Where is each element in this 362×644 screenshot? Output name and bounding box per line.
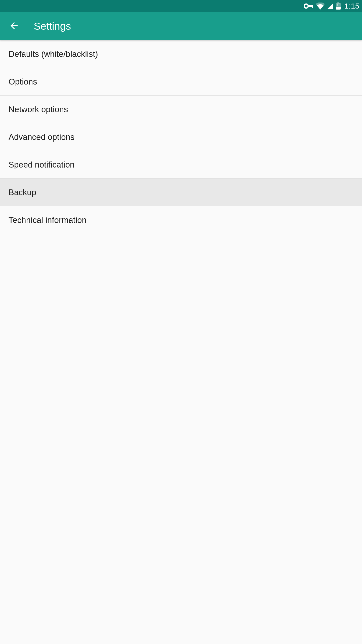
cell-signal-icon xyxy=(327,3,334,10)
settings-item-label: Network options xyxy=(9,105,68,114)
page-title: Settings xyxy=(34,20,71,32)
status-bar: 37 1:15 xyxy=(0,0,362,12)
status-clock: 1:15 xyxy=(344,2,359,10)
settings-item-speed-notification[interactable]: Speed notification xyxy=(0,151,362,179)
settings-item-backup[interactable]: Backup xyxy=(0,179,362,206)
settings-item-defaults[interactable]: Defaults (white/blacklist) xyxy=(0,40,362,68)
app-bar: Settings xyxy=(0,12,362,40)
settings-list: Defaults (white/blacklist) Options Netwo… xyxy=(0,40,362,234)
battery-level-label: 37 xyxy=(336,3,341,6)
settings-item-label: Backup xyxy=(9,188,36,197)
svg-rect-2 xyxy=(312,5,313,8)
settings-item-technical-information[interactable]: Technical information xyxy=(0,206,362,234)
settings-item-label: Technical information xyxy=(9,215,86,225)
settings-item-label: Advanced options xyxy=(9,132,74,142)
arrow-back-icon xyxy=(9,20,19,32)
settings-item-label: Speed notification xyxy=(9,160,74,170)
wifi-icon xyxy=(316,3,325,10)
settings-item-options[interactable]: Options xyxy=(0,68,362,96)
settings-item-network-options[interactable]: Network options xyxy=(0,96,362,123)
svg-point-0 xyxy=(304,4,308,8)
settings-item-advanced-options[interactable]: Advanced options xyxy=(0,123,362,151)
back-button[interactable] xyxy=(7,19,22,34)
battery-icon: 37 xyxy=(336,2,341,10)
status-icons: 37 1:15 xyxy=(304,2,359,10)
settings-item-label: Defaults (white/blacklist) xyxy=(9,49,98,59)
settings-item-label: Options xyxy=(9,77,37,87)
vpn-key-icon xyxy=(304,3,314,9)
svg-rect-5 xyxy=(336,7,341,10)
